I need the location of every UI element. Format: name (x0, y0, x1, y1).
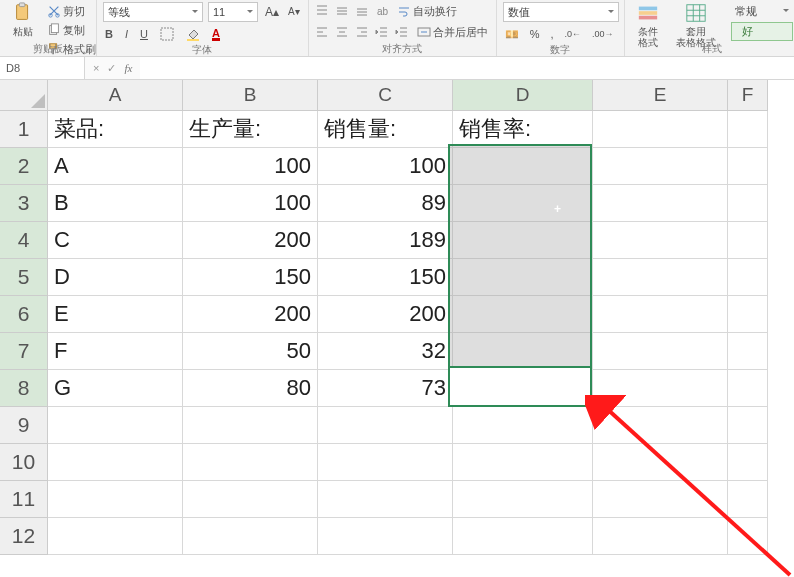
increase-font-button[interactable]: A▴ (263, 3, 281, 21)
style-normal[interactable]: 常规 (731, 2, 793, 20)
col-header-B[interactable]: B (183, 80, 318, 111)
formula-input[interactable] (140, 57, 794, 79)
col-header-C[interactable]: C (318, 80, 453, 111)
cell-B6[interactable]: 200 (183, 296, 318, 333)
cell-D2[interactable] (453, 148, 593, 185)
cell-D1[interactable]: 销售率: (453, 111, 593, 148)
col-header-E[interactable]: E (593, 80, 728, 111)
cell-A3[interactable]: B (48, 185, 183, 222)
cell-D6[interactable] (453, 296, 593, 333)
cell-B3[interactable]: 100 (183, 185, 318, 222)
cell-E1[interactable] (593, 111, 728, 148)
cell-F1[interactable] (728, 111, 768, 148)
cell-C7[interactable]: 32 (318, 333, 453, 370)
cell-F6[interactable] (728, 296, 768, 333)
row-header-12[interactable]: 12 (0, 518, 48, 555)
cell-F7[interactable] (728, 333, 768, 370)
copy-button[interactable]: 复制 (45, 21, 98, 39)
worksheet[interactable]: A B C D E F 1 菜品: 生产量: 销售量: 销售率: 2 A 100… (0, 80, 794, 555)
comma-button[interactable]: , (548, 25, 555, 43)
cell-C3[interactable]: 89 (318, 185, 453, 222)
inc-decimal-button[interactable]: .0← (563, 25, 584, 43)
cancel-formula-icon[interactable]: × (93, 62, 99, 74)
currency-button[interactable]: 💴 (503, 25, 521, 43)
paste-button[interactable]: 粘贴 (6, 2, 40, 37)
row-header-6[interactable]: 6 (0, 296, 48, 333)
cell-A1[interactable]: 菜品: (48, 111, 183, 148)
row-header-7[interactable]: 7 (0, 333, 48, 370)
bold-button[interactable]: B (103, 25, 115, 43)
cell-B4[interactable]: 200 (183, 222, 318, 259)
decrease-font-button[interactable]: A▾ (286, 3, 302, 21)
cell-E5[interactable] (593, 259, 728, 296)
row-header-8[interactable]: 8 (0, 370, 48, 407)
indent-dec-icon[interactable] (375, 25, 389, 39)
cell-E2[interactable] (593, 148, 728, 185)
cell-D7[interactable] (453, 333, 593, 370)
accept-formula-icon[interactable]: ✓ (107, 62, 116, 75)
row-header-10[interactable]: 10 (0, 444, 48, 481)
cell-C8[interactable]: 73 (318, 370, 453, 407)
cell-A2[interactable]: A (48, 148, 183, 185)
row-header-2[interactable]: 2 (0, 148, 48, 185)
col-header-A[interactable]: A (48, 80, 183, 111)
wrap-text-button[interactable]: 自动换行 (395, 2, 459, 20)
cell-B2[interactable]: 100 (183, 148, 318, 185)
cell-E8[interactable] (593, 370, 728, 407)
cell-E3[interactable] (593, 185, 728, 222)
font-family-select[interactable]: 等线 (103, 2, 203, 22)
number-format-select[interactable]: 数值 (503, 2, 619, 22)
cell-A7[interactable]: F (48, 333, 183, 370)
merge-center-button[interactable]: 合并后居中 (415, 23, 490, 41)
row-header-3[interactable]: 3 (0, 185, 48, 222)
fx-icon[interactable]: fx (124, 62, 132, 74)
cell-A4[interactable]: C (48, 222, 183, 259)
cell-C2[interactable]: 100 (318, 148, 453, 185)
cell-F3[interactable] (728, 185, 768, 222)
fill-color-button[interactable] (184, 26, 202, 42)
cut-button[interactable]: 剪切 (45, 2, 98, 20)
cell-D5[interactable] (453, 259, 593, 296)
cell-F4[interactable] (728, 222, 768, 259)
cell-A6[interactable]: E (48, 296, 183, 333)
cell-F2[interactable] (728, 148, 768, 185)
cell-B7[interactable]: 50 (183, 333, 318, 370)
cell-B1[interactable]: 生产量: (183, 111, 318, 148)
col-header-F[interactable]: F (728, 80, 768, 111)
font-color-button[interactable]: A (210, 27, 222, 42)
align-right-icon[interactable] (355, 25, 369, 39)
cell-A5[interactable]: D (48, 259, 183, 296)
col-header-D[interactable]: D (453, 80, 593, 111)
select-all-corner[interactable] (0, 80, 48, 111)
cell-F5[interactable] (728, 259, 768, 296)
align-center-icon[interactable] (335, 25, 349, 39)
row-header-1[interactable]: 1 (0, 111, 48, 148)
row-header-4[interactable]: 4 (0, 222, 48, 259)
cell-C6[interactable]: 200 (318, 296, 453, 333)
align-left-icon[interactable] (315, 25, 329, 39)
indent-inc-icon[interactable] (395, 25, 409, 39)
font-size-select[interactable]: 11 (208, 2, 258, 22)
cell-C1[interactable]: 销售量: (318, 111, 453, 148)
underline-button[interactable]: U (138, 25, 150, 43)
dec-decimal-button[interactable]: .00→ (590, 25, 616, 43)
cell-A8[interactable]: G (48, 370, 183, 407)
orientation-icon[interactable]: ab (375, 4, 389, 18)
cell-E7[interactable] (593, 333, 728, 370)
cell-B5[interactable]: 150 (183, 259, 318, 296)
cell-C4[interactable]: 189 (318, 222, 453, 259)
name-box[interactable]: D8 (0, 57, 85, 79)
row-header-11[interactable]: 11 (0, 481, 48, 518)
italic-button[interactable]: I (123, 25, 130, 43)
cell-D8[interactable] (453, 370, 593, 407)
cell-E4[interactable] (593, 222, 728, 259)
border-button[interactable] (158, 26, 176, 42)
cell-D4[interactable] (453, 222, 593, 259)
percent-button[interactable]: % (528, 25, 542, 43)
align-middle-icon[interactable] (335, 4, 349, 18)
cell-F8[interactable] (728, 370, 768, 407)
cell-B8[interactable]: 80 (183, 370, 318, 407)
align-top-icon[interactable] (315, 4, 329, 18)
cell-D3[interactable] (453, 185, 593, 222)
style-good[interactable]: 好 (731, 22, 793, 41)
